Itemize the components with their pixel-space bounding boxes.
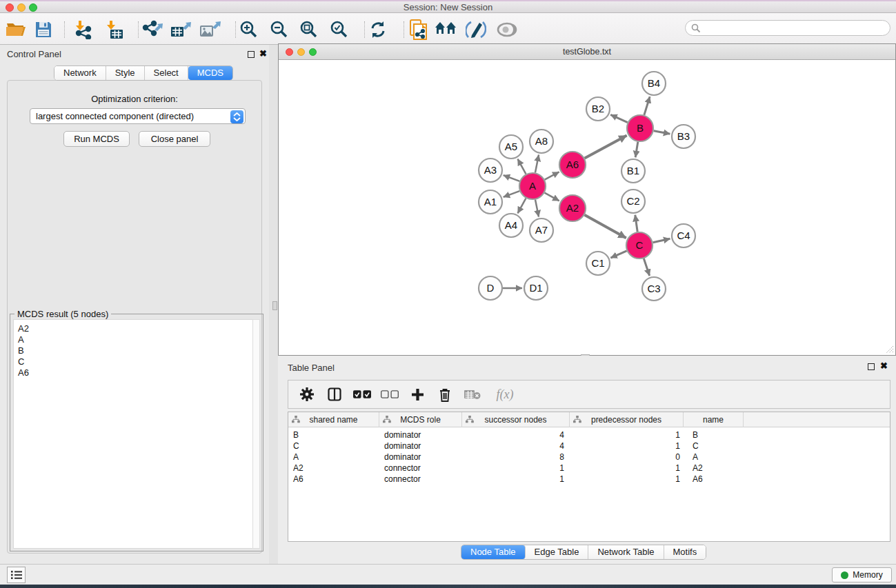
zoom-out-button[interactable] [268,19,291,40]
mcds-result-list[interactable]: A2 A B C A6 [13,319,254,549]
resize-grip[interactable] [884,344,894,354]
result-scrollbar[interactable] [252,319,260,549]
tab-motifs[interactable]: Motifs [664,545,706,559]
tab-network[interactable]: Network [54,66,106,80]
graph-edge-A2-C[interactable] [584,215,626,239]
toolbar-separator [404,21,404,38]
graph-edge-C-C2[interactable] [635,215,637,232]
vertical-splitter-handle[interactable] [272,301,277,310]
zoom-in-button[interactable] [237,19,261,40]
cell-predecessor-nodes: 1 [570,440,680,452]
graph-edge-A-A2[interactable] [545,193,559,201]
table-row[interactable]: A6 connector 1 1 A6 [288,474,890,485]
graph-node-label-A2: A2 [566,202,579,214]
float-table-panel-icon[interactable] [868,363,875,370]
zoom-fit-button[interactable] [297,19,321,40]
home-button[interactable] [435,19,458,40]
graph-edge-A-A5[interactable] [518,159,526,174]
column-header-successor-nodes[interactable]: successor nodes [462,412,570,427]
close-panel-button[interactable]: Close panel [139,131,210,147]
result-item[interactable]: C [18,356,253,367]
result-item[interactable]: A [18,334,253,345]
session-title: Session: New Session [0,2,896,12]
graph-edge-C-C1[interactable] [610,251,626,258]
toolbar-separator [64,21,65,38]
criterion-select[interactable]: largest connected component (directed) [30,108,246,124]
column-header-predecessor-nodes[interactable]: predecessor nodes [570,412,684,427]
graph-node-label-A3: A3 [484,164,497,176]
tab-style[interactable]: Style [106,66,145,80]
graph-edge-A-A7[interactable] [535,200,539,217]
graph-edge-C-C4[interactable] [653,239,670,242]
column-header-name[interactable]: name [684,412,744,427]
graph-edge-B-B1[interactable] [635,142,638,158]
import-network-button[interactable] [71,19,94,40]
function-builder-button[interactable]: f(x) [491,385,519,403]
graph-edge-B-B2[interactable] [610,114,628,122]
show-panels-button[interactable] [7,567,26,583]
export-network-button[interactable] [140,19,163,40]
unchecked-boxes-icon [381,390,399,398]
clipboard-network-button[interactable] [406,19,430,40]
tab-edge-table[interactable]: Edge Table [526,545,589,559]
apply-layout-button[interactable] [366,19,390,40]
graph-edge-A-A4[interactable] [518,199,526,214]
column-header-mcds-role[interactable]: MCDS role [379,412,462,427]
tab-select[interactable]: Select [145,66,188,80]
create-column-button[interactable] [408,385,426,403]
table-row[interactable]: A2 connector 1 1 A2 [288,463,890,474]
table-row[interactable]: C dominator 4 1 C [288,440,890,452]
import-table-button[interactable] [102,19,126,40]
memory-button[interactable]: Memory [832,567,892,582]
graph-node-label-A4: A4 [505,219,517,231]
hide-annotations-button[interactable] [464,19,488,40]
save-session-button[interactable] [32,19,55,40]
table-row[interactable]: B dominator 4 1 B [288,429,890,440]
control-panel-title: Control Panel [7,49,61,59]
run-mcds-button[interactable]: Run MCDS [63,131,130,147]
table-row[interactable]: A dominator 8 0 A [288,452,890,463]
mcds-result-group: MCDS result (5 nodes) A2 A B C A6 [10,314,263,551]
column-header-shared-name[interactable]: shared name [288,412,379,427]
status-bar: Memory [0,564,896,585]
graph-edge-A-A3[interactable] [504,175,520,181]
open-session-button[interactable] [4,19,28,40]
toolbar-separator [235,21,236,38]
graph-edge-B-B3[interactable] [654,131,670,134]
export-table-button[interactable] [169,19,192,40]
graph-node-label-C3: C3 [647,283,660,294]
table-settings-button[interactable] [298,385,316,403]
show-columns-button[interactable] [326,385,344,403]
show-graphics-button[interactable] [495,19,519,40]
graph-edge-A-A1[interactable] [504,191,520,197]
tab-mcds[interactable]: MCDS [188,66,232,80]
select-stepper-icon [230,110,243,123]
search-icon [691,23,701,33]
close-table-panel-icon[interactable]: ✖ [880,361,888,372]
graph-node-label-A5: A5 [505,141,517,152]
graph-edge-A-A6[interactable] [545,172,559,179]
cell-mcds-role: connector [384,474,421,485]
export-table-icon [170,20,192,39]
graph-edge-B-B4[interactable] [644,97,650,115]
column-label: predecessor nodes [591,415,661,425]
zoom-selected-button[interactable] [328,19,351,40]
delete-table-button[interactable] [464,385,481,403]
graph-edge-A6-B[interactable] [585,135,627,158]
result-item[interactable]: B [18,345,253,356]
graph-edge-C-C3[interactable] [644,258,649,276]
unselect-all-columns-button[interactable] [381,385,399,403]
close-panel-icon[interactable]: ✖ [259,48,267,59]
graph-edge-A-A8[interactable] [535,155,539,173]
graph-node-label-B3: B3 [677,130,690,142]
tab-network-table[interactable]: Network Table [588,545,664,559]
result-item[interactable]: A6 [18,367,253,378]
result-item[interactable]: A2 [18,323,253,334]
search-input[interactable] [685,20,890,36]
delete-column-button[interactable] [436,385,454,403]
float-panel-icon[interactable] [248,51,255,58]
export-image-button[interactable] [198,19,221,40]
tab-node-table[interactable]: Node Table [461,545,526,559]
control-panel: Control Panel ✖ Network Style Select MCD… [0,45,269,564]
select-all-columns-button[interactable] [353,385,371,403]
